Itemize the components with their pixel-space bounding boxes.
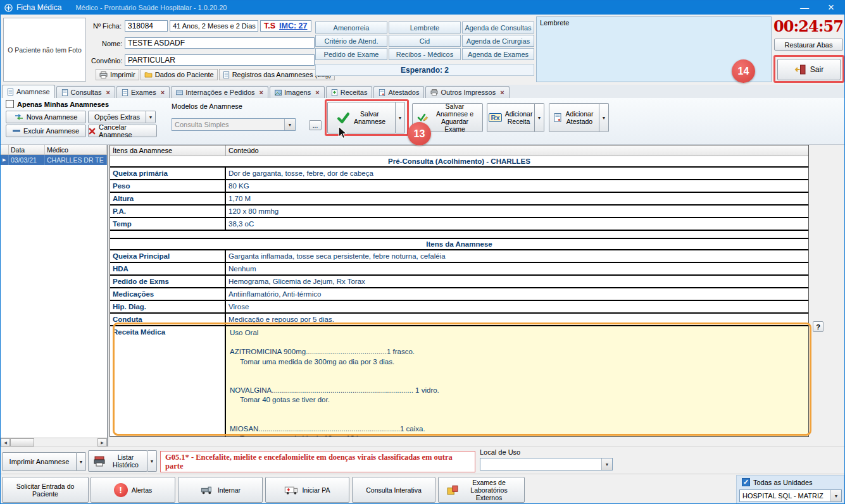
alertas-button[interactable]: ! Alertas [91,477,175,503]
history-horizontal-scrollbar[interactable]: ◀ ▶ [1,438,107,446]
opcoes-extras-button[interactable]: Opções Extras [88,111,146,123]
green-check-icon [337,111,350,125]
imprimir-button[interactable]: Imprimir [96,69,139,80]
dados-do-paciente-button[interactable]: Dados do Paciente [141,69,218,80]
salvar-dropdown-icon[interactable]: ▼ [396,102,405,133]
imprimir-anamnese-label: Imprimir Anamnese [9,458,70,465]
row-content[interactable]: Virose [226,301,808,312]
tab-close-icon[interactable]: × [315,89,319,96]
tab-outros-impressos[interactable]: Outros Impressos × [425,86,509,98]
table-row: CondutaMedicação e repouso por 5 dias. [110,314,808,326]
history-row-selected[interactable]: ▶ 03/03/21 CHARLLES DR TE [1,155,107,165]
local-de-uso-label: Local de Uso [480,448,520,456]
window-subtitle: Médico - Prontuário Saúde Hospitalar - 1… [75,4,791,11]
listar-historico-button[interactable]: Listar Histórico [88,450,147,472]
listar-historico-split: Listar Histórico ▼ [88,450,157,472]
nome-field[interactable]: TESTE ASDADF [125,37,315,49]
salvar-anamnese-button[interactable]: Salvar Anamnese [327,102,396,133]
tab-label: Receitas [341,89,368,96]
todas-unidades-checkbox[interactable]: ✓ Todas as Unidades [742,478,813,486]
modelos-more-button[interactable]: ... [309,120,322,130]
lembrete-panel[interactable]: Lembrete [536,16,772,82]
listar-historico-dropdown-icon[interactable]: ▼ [147,450,157,472]
exames-lab-externos-button[interactable]: Exames de Laboratórios Externos [438,477,525,503]
imc-label[interactable]: IMC: 27 [279,22,307,30]
excluir-anamnese-icon [13,130,20,132]
imprimir-anamnese-dropdown-icon[interactable]: ▼ [77,452,86,471]
close-button[interactable]: × [818,1,844,15]
adicionar-atestado-dropdown-icon[interactable]: ▼ [599,103,609,132]
window-title: Ficha Médica [16,3,61,12]
salvar-aguardar-exame-button[interactable]: Salvar Anamnese e Aguardar Exame [412,103,483,132]
scroll-left-icon[interactable]: ◀ [1,438,10,446]
criterio-atend-button[interactable]: Critério de Atend. [315,35,387,47]
history-header-row: Data Médico [1,145,107,155]
cancel-x-icon [89,128,96,135]
cancelar-anamnese-button[interactable]: Cancelar Anamnese [88,125,157,137]
minimize-button[interactable]: — [791,1,818,15]
tab-receitas[interactable]: Receitas [326,86,373,98]
recibos-medicos-button[interactable]: Recibos - Médicos [389,48,461,60]
agenda-exames-button[interactable]: Agenda de Exames [462,48,534,60]
ts-label[interactable]: T.S [264,22,275,30]
solicitar-entrada-button[interactable]: Solicitar Entrada do Paciente [2,477,89,503]
consulta-interativa-button[interactable]: Consulta Interativa [352,477,435,503]
agenda-consultas-button[interactable]: Agenda de Consultas [462,22,534,34]
tab-close-icon[interactable]: × [161,89,165,96]
tab-imagens[interactable]: Imagens × [270,86,325,98]
row-content[interactable]: Garganta inflamada, tosse seca persisten… [226,250,808,262]
row-content[interactable]: Hemograma, Glicemia de Jejum, Rx Torax [226,276,808,287]
ficha-field[interactable]: 318084 [125,20,168,32]
row-content[interactable]: Medicação e repouso por 5 dias. [226,314,808,325]
row-label: Conduta [110,314,226,325]
tab-exames[interactable]: Exames × [116,86,170,98]
convenio-field[interactable]: PARTICULAR [125,54,315,66]
lembrete-button[interactable]: Lembrete [389,22,461,34]
tab-atestados[interactable]: Atestados [373,86,424,98]
unidade-select[interactable]: HOSPITAL SQL - MATRIZ ▼ [739,489,842,502]
opcoes-extras-dropdown-icon[interactable]: ▼ [146,111,156,123]
patient-header: O Paciente não tem Foto Nº Ficha: 318084… [1,15,844,85]
row-content[interactable]: 80 KG [226,180,808,192]
row-content[interactable]: Nenhum [226,263,808,274]
cid-button[interactable]: Cid [389,35,461,47]
nova-anamnese-button[interactable]: Nova Anamnese [6,111,86,123]
local-de-uso-select[interactable]: ▼ [480,458,613,470]
adicionar-receita-button[interactable]: Rx Adicionar Receita [487,103,535,132]
adicionar-receita-dropdown-icon[interactable]: ▼ [535,103,544,132]
row-content[interactable]: Dor de garganta, tosse, febre, dor de ca… [226,168,808,179]
tab-internacoes-pedidos[interactable]: Internações e Pedidos × [171,86,268,98]
iniciar-pa-button[interactable]: Iniciar PA [265,477,349,503]
sair-button[interactable]: Sair [777,59,841,80]
opcoes-extras-label: Opções Extras [94,113,140,121]
row-content[interactable]: Antiinflamatório, Anti-térmico [226,288,808,300]
adicionar-atestado-button[interactable]: Adicionar Atestado [549,103,599,132]
row-content[interactable]: 120 x 80 mmhg [226,206,808,217]
amenorreia-button[interactable]: Amenorreia [315,22,387,34]
modelos-dropdown-icon: ▼ [284,119,295,130]
row-content[interactable]: 1,70 M [226,193,808,204]
tab-close-icon[interactable]: × [500,89,504,96]
ts-imc-box: T.S IMC: 27 [260,20,311,32]
restaurar-abas-button[interactable]: Restaurar Abas [774,39,843,51]
receita-medica-content[interactable]: Uso Oral AZITROMICINA 900mg.............… [226,326,808,436]
apenas-minhas-checkbox[interactable]: Apenas Minhas Anamneses [6,100,109,108]
modelos-anamnese-select[interactable]: Consulta Simples ▼ [172,118,296,131]
agenda-cirurgias-button[interactable]: Agenda de Cirurgias [462,35,534,47]
tab-close-icon[interactable]: × [260,89,263,96]
row-content[interactable]: 38,3 oC [226,218,808,230]
tab-close-icon[interactable]: × [106,89,110,96]
tab-consultas[interactable]: Consultas × [56,86,115,98]
imprimir-anamnese-split: Imprimir Anamnese ▼ [2,452,86,471]
internar-button[interactable]: Internar [178,477,263,503]
scroll-right-icon[interactable]: ▶ [97,438,107,446]
exit-door-icon [794,65,806,75]
imprimir-anamnese-button[interactable]: Imprimir Anamnese [2,452,77,471]
help-button[interactable]: ? [813,321,823,332]
pedido-exame-button[interactable]: Pedido de Exame [315,48,387,60]
tab-anamnese[interactable]: Anamnese [2,85,55,98]
excluir-anamnese-button[interactable]: Excluir Anamnese [6,125,86,137]
opcoes-extras-split: Opções Extras ▼ [88,111,156,123]
row-label: Medicações [110,288,226,300]
scroll-thumb[interactable] [10,438,34,446]
